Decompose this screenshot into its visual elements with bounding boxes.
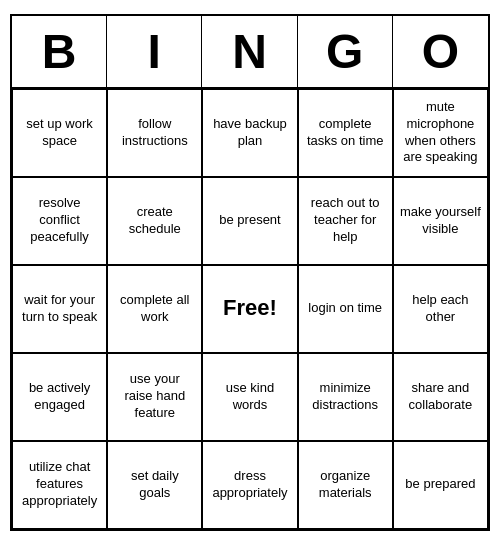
cell-text-23: organize materials bbox=[305, 468, 386, 502]
cell-text-9: make yourself visible bbox=[400, 204, 481, 238]
bingo-cell-11[interactable]: complete all work bbox=[107, 265, 202, 353]
bingo-cell-4[interactable]: mute microphone when others are speaking bbox=[393, 89, 488, 177]
cell-text-13: login on time bbox=[308, 300, 382, 317]
cell-text-15: be actively engaged bbox=[19, 380, 100, 414]
cell-text-20: utilize chat features appropriately bbox=[19, 459, 100, 510]
bingo-cell-18[interactable]: minimize distractions bbox=[298, 353, 393, 441]
cell-text-8: reach out to teacher for help bbox=[305, 195, 386, 246]
cell-text-5: resolve conflict peacefully bbox=[19, 195, 100, 246]
cell-text-21: set daily goals bbox=[114, 468, 195, 502]
bingo-cell-3[interactable]: complete tasks on time bbox=[298, 89, 393, 177]
bingo-cell-10[interactable]: wait for your turn to speak bbox=[12, 265, 107, 353]
cell-text-2: have backup plan bbox=[209, 116, 290, 150]
bingo-cell-0[interactable]: set up work space bbox=[12, 89, 107, 177]
bingo-cell-8[interactable]: reach out to teacher for help bbox=[298, 177, 393, 265]
bingo-cell-2[interactable]: have backup plan bbox=[202, 89, 297, 177]
cell-text-6: create schedule bbox=[114, 204, 195, 238]
bingo-cell-13[interactable]: login on time bbox=[298, 265, 393, 353]
cell-text-16: use your raise hand feature bbox=[114, 371, 195, 422]
bingo-cell-21[interactable]: set daily goals bbox=[107, 441, 202, 529]
bingo-cell-1[interactable]: follow instructions bbox=[107, 89, 202, 177]
bingo-cell-16[interactable]: use your raise hand feature bbox=[107, 353, 202, 441]
bingo-cell-19[interactable]: share and collaborate bbox=[393, 353, 488, 441]
bingo-letter-b: B bbox=[12, 16, 107, 87]
cell-text-4: mute microphone when others are speaking bbox=[400, 99, 481, 167]
cell-text-24: be prepared bbox=[405, 476, 475, 493]
cell-text-22: dress appropriately bbox=[209, 468, 290, 502]
bingo-cell-23[interactable]: organize materials bbox=[298, 441, 393, 529]
bingo-cell-7[interactable]: be present bbox=[202, 177, 297, 265]
bingo-grid: set up work spacefollow instructionshave… bbox=[12, 89, 488, 529]
bingo-card: BINGO set up work spacefollow instructio… bbox=[10, 14, 490, 531]
bingo-letter-n: N bbox=[202, 16, 297, 87]
cell-text-10: wait for your turn to speak bbox=[19, 292, 100, 326]
cell-text-7: be present bbox=[219, 212, 280, 229]
free-cell[interactable]: Free! bbox=[202, 265, 297, 353]
bingo-cell-6[interactable]: create schedule bbox=[107, 177, 202, 265]
bingo-cell-14[interactable]: help each other bbox=[393, 265, 488, 353]
bingo-letter-g: G bbox=[298, 16, 393, 87]
cell-text-18: minimize distractions bbox=[305, 380, 386, 414]
cell-text-0: set up work space bbox=[19, 116, 100, 150]
bingo-cell-5[interactable]: resolve conflict peacefully bbox=[12, 177, 107, 265]
cell-text-14: help each other bbox=[400, 292, 481, 326]
cell-text-12: Free! bbox=[223, 294, 277, 323]
bingo-cell-20[interactable]: utilize chat features appropriately bbox=[12, 441, 107, 529]
cell-text-1: follow instructions bbox=[114, 116, 195, 150]
bingo-cell-15[interactable]: be actively engaged bbox=[12, 353, 107, 441]
cell-text-17: use kind words bbox=[209, 380, 290, 414]
bingo-cell-17[interactable]: use kind words bbox=[202, 353, 297, 441]
bingo-letter-i: I bbox=[107, 16, 202, 87]
bingo-cell-24[interactable]: be prepared bbox=[393, 441, 488, 529]
bingo-cell-22[interactable]: dress appropriately bbox=[202, 441, 297, 529]
bingo-header: BINGO bbox=[12, 16, 488, 89]
cell-text-19: share and collaborate bbox=[400, 380, 481, 414]
bingo-cell-9[interactable]: make yourself visible bbox=[393, 177, 488, 265]
cell-text-3: complete tasks on time bbox=[305, 116, 386, 150]
bingo-letter-o: O bbox=[393, 16, 488, 87]
cell-text-11: complete all work bbox=[114, 292, 195, 326]
